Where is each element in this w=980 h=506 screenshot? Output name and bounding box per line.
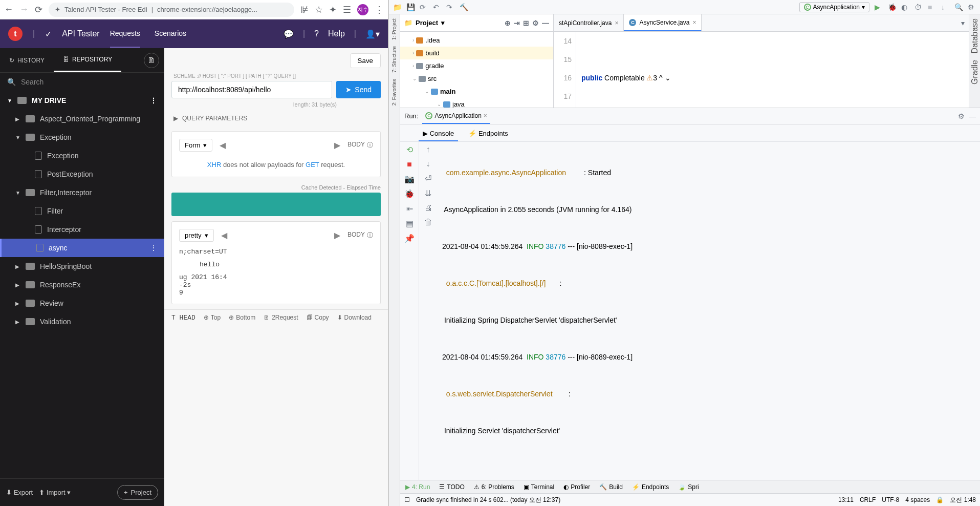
bottom-button[interactable]: ⊕Bottom: [229, 314, 255, 322]
encoding[interactable]: UTF-8: [882, 496, 899, 503]
folder-open-icon[interactable]: 📁: [393, 3, 401, 11]
gear-icon[interactable]: ⚙: [958, 112, 965, 120]
project-label[interactable]: Project: [416, 19, 438, 27]
chat-icon[interactable]: 💬: [284, 29, 294, 39]
down-icon[interactable]: ↓: [426, 159, 430, 168]
editor-tab-asyncservice[interactable]: CAsyncService.java×: [624, 14, 702, 31]
help-label[interactable]: Help: [328, 29, 345, 38]
code-area[interactable]: public Completable⚠3 ^ ⌄ return new Asyn…: [576, 32, 674, 108]
url-input[interactable]: [171, 81, 332, 98]
reload-icon[interactable]: ⟳: [35, 4, 42, 15]
import-button[interactable]: ⬆ Import ▾: [39, 489, 71, 496]
reload-icon[interactable]: ⟳: [420, 3, 428, 11]
item-review[interactable]: ▶Review: [0, 294, 164, 312]
form-dropdown[interactable]: Form▾: [179, 139, 212, 152]
extensions-icon[interactable]: ✦: [329, 4, 337, 15]
address-bar[interactable]: ✦ Talend API Tester - Free Edi | chrome-…: [49, 3, 294, 17]
camera-icon[interactable]: 📷: [404, 174, 415, 184]
back-icon[interactable]: ←: [4, 4, 13, 15]
expand-icon[interactable]: ▶: [334, 230, 340, 240]
prev-icon[interactable]: ◀: [220, 140, 226, 150]
tabs-dropdown-icon[interactable]: ▾: [957, 19, 969, 27]
run-icon[interactable]: ▶: [875, 3, 883, 11]
my-drive[interactable]: ▼MY DRIVE⋮: [0, 91, 164, 110]
btab-problems[interactable]: ⚠ 6: Problems: [474, 483, 514, 491]
btab-endpoints[interactable]: ⚡ Endpoints: [632, 483, 669, 491]
editor-tab-restapi[interactable]: stApiController.java×: [554, 14, 624, 31]
debug-icon[interactable]: 🐞: [888, 3, 896, 11]
tree-java[interactable]: ⌄java: [400, 98, 553, 108]
tree-main[interactable]: ⌄main: [400, 85, 553, 98]
download-button[interactable]: ⬇Download: [337, 314, 372, 322]
tree-build[interactable]: ›build: [400, 47, 553, 59]
collapse-icon[interactable]: ⇥: [514, 19, 520, 27]
btab-spring[interactable]: 🍃 Spri: [678, 483, 699, 491]
expand-icon[interactable]: ▶: [334, 140, 340, 150]
nav-requests[interactable]: Requests: [110, 20, 140, 48]
prev-icon[interactable]: ◀: [221, 230, 227, 240]
nav-scenarios[interactable]: Scenarios: [155, 20, 186, 48]
item-hellospring[interactable]: ▶HelloSpringBoot: [0, 257, 164, 276]
minimize-icon[interactable]: —: [969, 112, 976, 120]
print-icon[interactable]: 🖨: [424, 203, 432, 213]
btab-terminal[interactable]: ▣ Terminal: [524, 483, 554, 491]
bug-icon[interactable]: 🐞: [404, 189, 415, 199]
run-config-select[interactable]: CAsyncApplication▾: [799, 2, 869, 12]
close-icon[interactable]: ×: [615, 19, 618, 27]
stop-icon[interactable]: ■: [407, 160, 412, 169]
forward-icon[interactable]: →: [19, 4, 29, 15]
query-params-toggle[interactable]: ▶QUERY PARAMETERS: [164, 111, 388, 126]
status-icon[interactable]: ☐: [404, 496, 410, 503]
gear-icon[interactable]: ⚙: [532, 19, 539, 27]
rerun-icon[interactable]: ⟲: [406, 145, 413, 155]
redo-icon[interactable]: ↷: [446, 3, 454, 11]
btab-profiler[interactable]: ◐ Profiler: [563, 483, 590, 491]
new-doc-button[interactable]: 🗎: [144, 53, 159, 68]
item-exception-file[interactable]: Exception: [0, 146, 164, 165]
stop-icon[interactable]: ■: [928, 3, 936, 11]
export-button[interactable]: ⬇ Export: [6, 489, 33, 496]
request-button[interactable]: 🗎2Request: [264, 314, 298, 322]
profile-icon[interactable]: ⏱: [914, 3, 923, 11]
side-tab-database[interactable]: Database: [970, 18, 979, 54]
reading-list-icon[interactable]: ☰: [343, 4, 351, 15]
tab-history[interactable]: ↻HISTORY: [0, 57, 54, 64]
side-tab-favorites[interactable]: 2: Favorites: [391, 79, 397, 106]
cursor-position[interactable]: 13:11: [838, 496, 854, 503]
tab-repository[interactable]: 🗄REPOSITORY: [54, 48, 121, 72]
copy-button[interactable]: 🗐Copy: [307, 314, 329, 322]
item-filter[interactable]: Filter: [0, 202, 164, 220]
item-postexception[interactable]: PostException: [0, 165, 164, 183]
subtab-console[interactable]: ▶ Console: [419, 126, 458, 141]
wrap-icon[interactable]: ⏎: [425, 174, 431, 183]
item-responseex[interactable]: ▶ResponseEx: [0, 276, 164, 294]
run-tab-asyncapp[interactable]: CAsyncApplication×: [422, 108, 490, 124]
btab-todo[interactable]: ☰ TODO: [439, 483, 464, 491]
side-tab-gradle[interactable]: Gradle: [970, 60, 979, 85]
save-button[interactable]: Save: [350, 53, 381, 68]
search-input[interactable]: 🔍Search: [0, 73, 164, 91]
tree-gradle[interactable]: ›gradle: [400, 59, 553, 72]
console-output[interactable]: com.example.async.AsyncApplication : Sta…: [437, 142, 980, 480]
save-icon[interactable]: 💾: [406, 3, 415, 11]
item-exception[interactable]: ▼Exception: [0, 128, 164, 146]
project-button[interactable]: + Project: [117, 485, 158, 500]
indent-setting[interactable]: 4 spaces: [905, 496, 930, 503]
pretty-dropdown[interactable]: pretty▾: [179, 229, 214, 242]
item-aop[interactable]: ▶Aspect_Oriented_Programming: [0, 110, 164, 128]
scroll-icon[interactable]: ⇊: [425, 188, 431, 198]
layout-icon[interactable]: ▤: [406, 219, 413, 228]
help-icon[interactable]: ?: [314, 29, 319, 38]
close-icon[interactable]: ×: [692, 19, 696, 26]
split-icon[interactable]: ⊞: [523, 19, 529, 27]
pin-icon[interactable]: 📌: [404, 234, 415, 243]
line-ending[interactable]: CRLF: [860, 496, 876, 503]
search-icon[interactable]: 🔍: [954, 3, 963, 11]
settings-icon[interactable]: ⚙: [968, 3, 976, 11]
tree-src[interactable]: ⌄src: [400, 72, 553, 85]
btab-run[interactable]: ▶ 4: Run: [405, 483, 430, 491]
up-icon[interactable]: ↑: [426, 145, 430, 154]
target-icon[interactable]: ⊕: [505, 19, 511, 27]
side-tab-project[interactable]: 1: Project: [391, 18, 397, 40]
item-filter-interceptor[interactable]: ▼Filter,Interceptor: [0, 183, 164, 202]
